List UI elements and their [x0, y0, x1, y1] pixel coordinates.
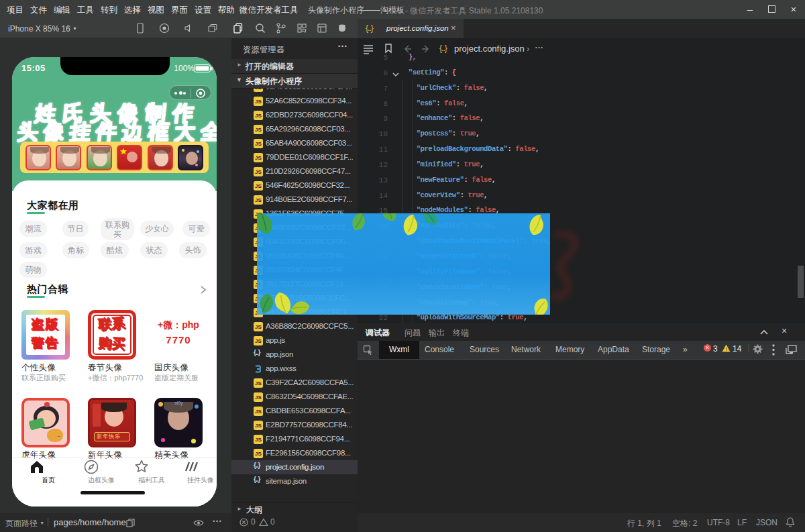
svg-text:!: ! — [725, 346, 727, 352]
